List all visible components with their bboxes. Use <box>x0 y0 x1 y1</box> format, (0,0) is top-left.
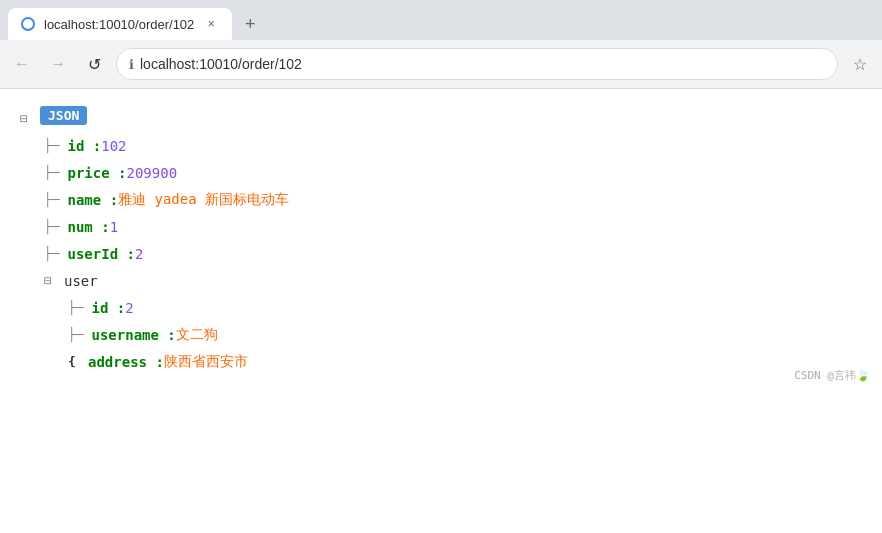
user-id-row: ├─ id : 2 <box>68 294 862 321</box>
address-brace: { <box>68 354 88 369</box>
watermark: CSDN @言祎🍃 <box>794 368 870 383</box>
name-connector: ├─ <box>44 192 67 207</box>
username-value: 文二狗 <box>176 326 218 344</box>
price-row: ├─ price : 209900 <box>44 159 862 186</box>
globe-icon <box>21 17 35 31</box>
lock-icon: ℹ <box>129 57 134 72</box>
browser-chrome: localhost:10010/order/102 × + ← → ↺ ℹ lo… <box>0 0 882 89</box>
address-text: localhost:10010/order/102 <box>140 56 825 72</box>
name-row: ├─ name : 雅迪 yadea 新国标电动车 <box>44 186 862 213</box>
active-tab[interactable]: localhost:10010/order/102 × <box>8 8 232 40</box>
user-collapse-icon[interactable]: ⊟ <box>44 273 64 288</box>
address-row: { address : 陕西省西安市 <box>68 348 862 375</box>
back-button[interactable]: ← <box>8 50 36 78</box>
num-row: ├─ num : 1 <box>44 213 862 240</box>
username-connector: ├─ <box>68 327 91 342</box>
tab-close-button[interactable]: × <box>202 15 220 33</box>
num-connector: ├─ <box>44 219 67 234</box>
address-bar-row: ← → ↺ ℹ localhost:10010/order/102 ☆ <box>0 40 882 88</box>
tab-favicon-icon <box>20 16 36 32</box>
json-root-row: ⊟ JSON <box>20 105 862 132</box>
userid-key: userId : <box>67 246 134 262</box>
forward-button[interactable]: → <box>44 50 72 78</box>
id-connector: ├─ <box>44 138 67 153</box>
price-value: 209900 <box>127 165 178 181</box>
address-bar[interactable]: ℹ localhost:10010/order/102 <box>116 48 838 80</box>
id-row: ├─ id : 102 <box>44 132 862 159</box>
num-value: 1 <box>110 219 118 235</box>
name-value: 雅迪 yadea 新国标电动车 <box>118 191 289 209</box>
username-row: ├─ username : 文二狗 <box>68 321 862 348</box>
id-key: id : <box>67 138 101 154</box>
price-key: price : <box>67 165 126 181</box>
userid-value: 2 <box>135 246 143 262</box>
refresh-button[interactable]: ↺ <box>80 50 108 78</box>
userid-connector: ├─ <box>44 246 67 261</box>
price-connector: ├─ <box>44 165 67 180</box>
json-badge: JSON <box>40 106 87 125</box>
num-key: num : <box>67 219 109 235</box>
id-value: 102 <box>101 138 126 154</box>
user-id-value: 2 <box>125 300 133 316</box>
address-key: address : <box>88 354 164 370</box>
address-value: 陕西省西安市 <box>164 353 248 371</box>
name-key: name : <box>67 192 118 208</box>
content-area: ⊟ JSON ├─ id : 102 ├─ price : 209900 ├─ … <box>0 89 882 391</box>
collapse-root-icon[interactable]: ⊟ <box>20 111 40 126</box>
userid-row: ├─ userId : 2 <box>44 240 862 267</box>
bookmark-button[interactable]: ☆ <box>846 50 874 78</box>
username-key: username : <box>91 327 175 343</box>
user-key: user <box>64 273 98 289</box>
tab-title: localhost:10010/order/102 <box>44 17 194 32</box>
user-id-key: id : <box>91 300 125 316</box>
tab-bar: localhost:10010/order/102 × + <box>0 0 882 40</box>
new-tab-button[interactable]: + <box>236 10 264 38</box>
user-row: ⊟ user <box>44 267 862 294</box>
user-id-connector: ├─ <box>68 300 91 315</box>
